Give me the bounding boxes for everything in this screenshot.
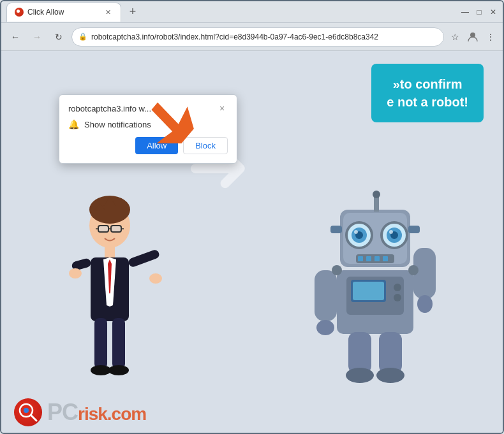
browser-tab[interactable]: Click Allow ✕: [6, 3, 121, 22]
svg-point-30: [354, 230, 358, 234]
maximize-button[interactable]: □: [475, 8, 484, 17]
pcrisk-text: PCrisk.com: [47, 399, 146, 426]
svg-point-56: [376, 368, 404, 383]
nav-bar: ← → ↻ 🔒 robotcaptcha3.info/robot3/index.…: [1, 23, 503, 51]
bookmark-icon[interactable]: ☆: [448, 30, 462, 44]
teal-line2: e not a robot!: [387, 95, 468, 109]
bell-icon: 🔔: [68, 119, 79, 129]
svg-rect-46: [353, 282, 384, 300]
svg-point-20: [91, 365, 111, 375]
svg-rect-39: [358, 256, 363, 261]
svg-point-21: [108, 365, 129, 375]
svg-point-17: [69, 268, 82, 278]
reload-button[interactable]: ↻: [50, 28, 68, 46]
svg-rect-40: [366, 256, 371, 261]
svg-point-16: [149, 273, 162, 284]
tab-close-button[interactable]: ✕: [103, 7, 113, 17]
svg-line-61: [31, 416, 36, 421]
svg-point-25: [373, 191, 380, 198]
svg-point-35: [389, 230, 393, 234]
address-bar[interactable]: 🔒 robotcaptcha3.info/robot3/index.html?c…: [71, 27, 444, 47]
svg-rect-49: [315, 270, 337, 321]
svg-point-50: [316, 320, 334, 335]
title-bar: Click Allow ✕ + — □ ✕: [1, 1, 503, 23]
minimize-button[interactable]: —: [461, 8, 470, 17]
svg-rect-19: [112, 318, 125, 369]
new-tab-button[interactable]: +: [124, 3, 142, 21]
window-controls: — □ ✕: [461, 8, 498, 17]
svg-point-57: [408, 265, 419, 275]
page-content: ➜ »to confirm e not a robot!: [1, 51, 503, 433]
svg-rect-18: [94, 318, 107, 369]
profile-icon[interactable]: [466, 30, 480, 44]
person-illustration: [52, 191, 167, 394]
svg-point-47: [394, 284, 401, 291]
popup-site-name: robotcaptcha3.info w...: [68, 104, 151, 113]
pcrisk-logo: PCrisk.com: [14, 398, 146, 426]
browser-window: Click Allow ✕ + — □ ✕ ← → ↻ 🔒 robotcaptc…: [0, 0, 504, 434]
lock-icon: 🔒: [78, 33, 87, 41]
teal-banner: »to confirm e not a robot!: [371, 64, 484, 122]
pcrisk-icon: [14, 398, 42, 426]
svg-rect-37: [408, 226, 420, 233]
svg-point-62: [24, 408, 29, 413]
svg-rect-41: [374, 256, 380, 261]
popup-close-button[interactable]: ×: [216, 103, 228, 114]
svg-point-52: [417, 295, 433, 313]
svg-rect-42: [383, 256, 388, 261]
svg-rect-6: [111, 226, 121, 232]
tab-favicon: [15, 8, 24, 17]
svg-marker-59: [140, 90, 202, 143]
svg-rect-10: [105, 247, 115, 258]
svg-point-55: [346, 368, 374, 383]
orange-arrow: [140, 86, 204, 143]
teal-line1: »to confirm: [393, 77, 463, 91]
close-button[interactable]: ✕: [489, 8, 498, 17]
robot-illustration: [311, 191, 452, 394]
svg-rect-5: [98, 226, 108, 232]
svg-rect-54: [379, 332, 402, 373]
forward-button[interactable]: →: [28, 28, 46, 46]
svg-rect-15: [128, 249, 161, 268]
tab-title: Click Allow: [27, 8, 64, 17]
svg-rect-53: [348, 332, 371, 373]
url-text: robotcaptcha3.info/robot3/index.html?cid…: [91, 33, 437, 41]
svg-point-48: [394, 294, 401, 301]
svg-point-58: [332, 265, 342, 275]
title-bar-left: Click Allow ✕ +: [6, 3, 461, 22]
svg-rect-36: [330, 226, 342, 233]
back-button[interactable]: ←: [6, 28, 24, 46]
menu-icon[interactable]: ⋮: [484, 30, 498, 44]
